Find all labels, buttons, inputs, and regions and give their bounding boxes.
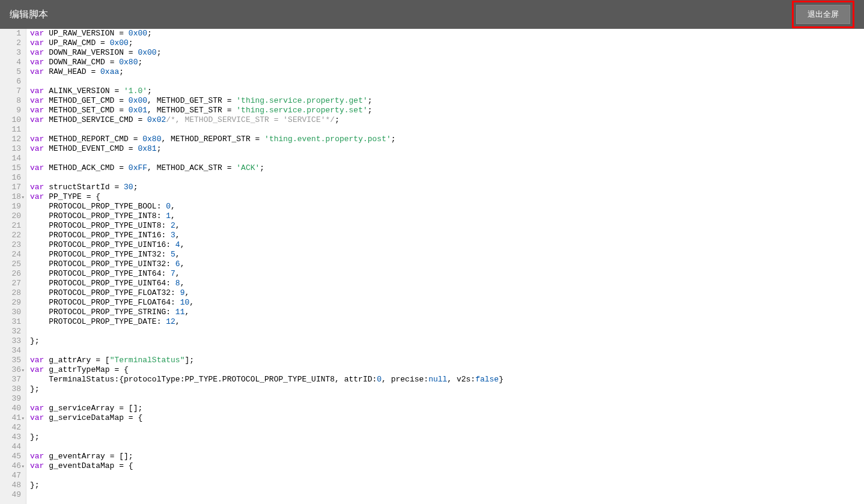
- line-number: 28: [2, 288, 21, 298]
- fold-marker-icon[interactable]: ▾: [22, 462, 25, 472]
- line-number: 48: [2, 481, 21, 490]
- line-number: 29: [2, 298, 21, 308]
- code-line[interactable]: PROTOCOL_PROP_TYPE_STRING: 11,: [30, 308, 864, 317]
- code-line[interactable]: var METHOD_GET_CMD = 0x00, METHOD_GET_ST…: [30, 96, 864, 106]
- line-number: 16: [2, 173, 21, 183]
- code-line[interactable]: PROTOCOL_PROP_TYPE_UINT64: 8,: [30, 279, 864, 288]
- line-number: 35: [2, 356, 21, 365]
- line-number: 23: [2, 240, 21, 250]
- line-number: 36▾: [2, 365, 21, 375]
- code-line[interactable]: PROTOCOL_PROP_TYPE_INT32: 5,: [30, 250, 864, 260]
- code-line[interactable]: var DOWN_RAW_CMD = 0x80;: [30, 58, 864, 67]
- code-line[interactable]: [30, 327, 864, 336]
- line-number: 17: [2, 183, 21, 192]
- code-line[interactable]: TerminalStatus:{protocolType:PP_TYPE.PRO…: [30, 375, 864, 384]
- code-line[interactable]: PROTOCOL_PROP_TYPE_INT8: 1,: [30, 211, 864, 221]
- line-number: 44: [2, 442, 21, 452]
- code-line[interactable]: };: [30, 433, 864, 442]
- code-line[interactable]: [30, 154, 864, 163]
- code-line[interactable]: [30, 346, 864, 356]
- fold-marker-icon[interactable]: ▾: [22, 414, 25, 424]
- line-number: 1: [2, 29, 21, 38]
- code-line[interactable]: [30, 423, 864, 433]
- code-line[interactable]: var PP_TYPE = {: [30, 192, 864, 202]
- code-line[interactable]: PROTOCOL_PROP_TYPE_UINT8: 2,: [30, 221, 864, 231]
- code-line[interactable]: var g_attrAry = ["TerminalStatus"];: [30, 356, 864, 365]
- line-number: 33: [2, 336, 21, 346]
- line-number: 25: [2, 260, 21, 269]
- code-line[interactable]: PROTOCOL_PROP_TYPE_BOOL: 0,: [30, 202, 864, 211]
- line-number: 31: [2, 317, 21, 327]
- code-line[interactable]: [30, 125, 864, 135]
- line-number: 15: [2, 163, 21, 173]
- line-number: 38: [2, 384, 21, 394]
- code-line[interactable]: [30, 173, 864, 183]
- code-line[interactable]: var METHOD_SERVICE_CMD = 0x02/*, METHOD_…: [30, 115, 864, 125]
- code-line[interactable]: var g_eventArray = [];: [30, 452, 864, 461]
- code-line[interactable]: var RAW_HEAD = 0xaa;: [30, 67, 864, 77]
- code-line[interactable]: [30, 471, 864, 481]
- code-line[interactable]: var DOWN_RAW_VERSION = 0x00;: [30, 48, 864, 58]
- editor-header: 编辑脚本 退出全屏: [0, 0, 864, 29]
- code-line[interactable]: PROTOCOL_PROP_TYPE_FLOAT32: 9,: [30, 288, 864, 298]
- line-number: 18▾: [2, 192, 21, 202]
- line-number: 34: [2, 346, 21, 356]
- line-number: 42: [2, 423, 21, 433]
- line-number: 43: [2, 433, 21, 442]
- code-line[interactable]: PROTOCOL_PROP_TYPE_DATE: 12,: [30, 317, 864, 327]
- code-line[interactable]: };: [30, 384, 864, 394]
- code-line[interactable]: PROTOCOL_PROP_TYPE_UINT32: 6,: [30, 260, 864, 269]
- code-line[interactable]: var g_eventDataMap = {: [30, 461, 864, 471]
- line-number: 46▾: [2, 461, 21, 471]
- code-line[interactable]: var UP_RAW_CMD = 0x00;: [30, 38, 864, 48]
- line-number: 49: [2, 490, 21, 500]
- code-line[interactable]: var g_serviceDataMap = {: [30, 413, 864, 423]
- line-number: 40: [2, 404, 21, 413]
- exit-fullscreen-button[interactable]: 退出全屏: [796, 5, 850, 24]
- code-line[interactable]: var ALINK_VERSION = '1.0';: [30, 87, 864, 96]
- line-number: 21: [2, 221, 21, 231]
- code-line[interactable]: PROTOCOL_PROP_TYPE_INT64: 7,: [30, 269, 864, 279]
- fold-marker-icon[interactable]: ▾: [22, 366, 25, 375]
- line-number: 22: [2, 231, 21, 240]
- exit-button-highlight: 退出全屏: [792, 1, 854, 28]
- line-number: 5: [2, 67, 21, 77]
- code-line[interactable]: PROTOCOL_PROP_TYPE_FLOAT64: 10,: [30, 298, 864, 308]
- code-line[interactable]: [30, 77, 864, 87]
- code-line[interactable]: [30, 394, 864, 404]
- code-editor[interactable]: 123456789101112131415161718▾192021222324…: [0, 29, 864, 504]
- line-number: 12: [2, 135, 21, 144]
- line-number: 2: [2, 38, 21, 48]
- line-number: 32: [2, 327, 21, 336]
- code-line[interactable]: var METHOD_SET_CMD = 0x01, METHOD_SET_ST…: [30, 106, 864, 115]
- line-number: 41▾: [2, 413, 21, 423]
- code-line[interactable]: var METHOD_ACK_CMD = 0xFF, METHOD_ACK_ST…: [30, 163, 864, 173]
- line-number: 39: [2, 394, 21, 404]
- line-number: 27: [2, 279, 21, 288]
- line-number: 24: [2, 250, 21, 260]
- code-line[interactable]: };: [30, 481, 864, 490]
- code-line[interactable]: var g_attrTypeMap = {: [30, 365, 864, 375]
- code-line[interactable]: var METHOD_EVENT_CMD = 0x81;: [30, 144, 864, 154]
- code-line[interactable]: var UP_RAW_VERSION = 0x00;: [30, 29, 864, 38]
- code-line[interactable]: [30, 442, 864, 452]
- code-line[interactable]: PROTOCOL_PROP_TYPE_UINT16: 4,: [30, 240, 864, 250]
- code-line[interactable]: var METHOD_REPORT_CMD = 0x80, METHOD_REP…: [30, 135, 864, 144]
- line-number: 26: [2, 269, 21, 279]
- line-number-gutter: 123456789101112131415161718▾192021222324…: [0, 29, 26, 504]
- line-number: 10: [2, 115, 21, 125]
- code-line[interactable]: };: [30, 336, 864, 346]
- line-number: 7: [2, 87, 21, 96]
- line-number: 30: [2, 308, 21, 317]
- fold-marker-icon[interactable]: ▾: [22, 193, 25, 202]
- code-content[interactable]: var UP_RAW_VERSION = 0x00;var UP_RAW_CMD…: [26, 29, 864, 504]
- code-line[interactable]: [30, 490, 864, 500]
- line-number: 3: [2, 48, 21, 58]
- code-line[interactable]: var g_serviceArray = [];: [30, 404, 864, 413]
- code-line[interactable]: PROTOCOL_PROP_TYPE_INT16: 3,: [30, 231, 864, 240]
- line-number: 8: [2, 96, 21, 106]
- line-number: 45: [2, 452, 21, 461]
- line-number: 13: [2, 144, 21, 154]
- line-number: 6: [2, 77, 21, 87]
- code-line[interactable]: var structStartId = 30;: [30, 183, 864, 192]
